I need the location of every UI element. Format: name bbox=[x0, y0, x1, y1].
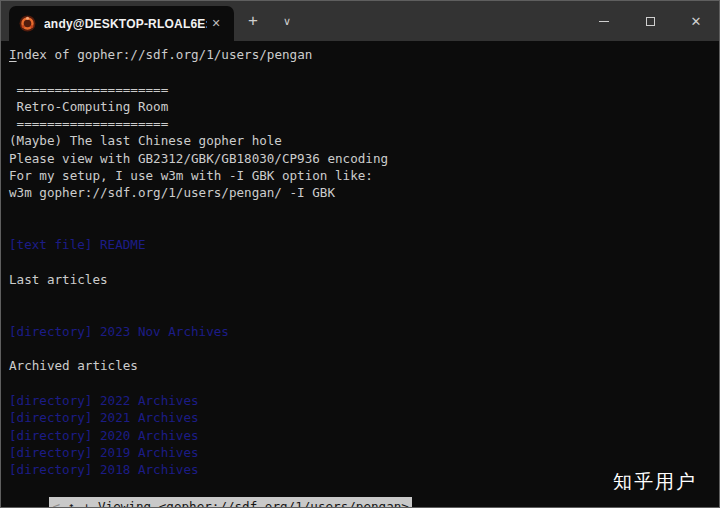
terminal-window: andy@DESKTOP-RLOAL6E: ~ ✕ + ∨ ✕ Index of… bbox=[0, 0, 720, 508]
cursor: I bbox=[9, 47, 17, 62]
down-arrow-icon: ↓ bbox=[83, 499, 91, 507]
terminal-line: Index of gopher://sdf.org/1/users/pengan bbox=[9, 46, 711, 63]
terminal-line: (Maybe) The last Chinese gopher hole bbox=[9, 132, 711, 149]
terminal-viewport: Index of gopher://sdf.org/1/users/pengan… bbox=[1, 41, 719, 507]
gopher-link[interactable]: [directory] 2022 Archives bbox=[9, 392, 711, 409]
tab-title: andy@DESKTOP-RLOAL6E: ~ bbox=[44, 17, 207, 31]
terminal-line: Retro-Computing Room bbox=[9, 98, 711, 115]
tab-dropdown-button[interactable]: ∨ bbox=[272, 7, 302, 35]
terminal-line: ==================== bbox=[9, 81, 711, 98]
status-bar: < ↑ ↓ Viewing <gopher://sdf.org/1/users/… bbox=[3, 478, 711, 497]
minimize-button[interactable] bbox=[581, 1, 627, 41]
close-button[interactable]: ✕ bbox=[673, 1, 719, 41]
terminal-line bbox=[9, 305, 711, 322]
new-tab-button[interactable]: + bbox=[238, 7, 268, 35]
watermark: 知乎用户 bbox=[613, 469, 697, 495]
gopher-link[interactable]: [text file] README bbox=[9, 236, 711, 253]
terminal-line: Please view with GB2312/GBK/GB18030/CP93… bbox=[9, 150, 711, 167]
status-message: Viewing <gopher://sdf.org/1/users/pengan… bbox=[98, 499, 409, 507]
window-controls: ✕ bbox=[581, 1, 719, 41]
gopher-link[interactable]: [directory] 2023 Nov Archives bbox=[9, 323, 711, 340]
terminal-tab[interactable]: andy@DESKTOP-RLOAL6E: ~ ✕ bbox=[9, 6, 234, 41]
ubuntu-icon bbox=[19, 15, 36, 32]
terminal-line: w3m gopher://sdf.org/1/users/pengan/ -I … bbox=[9, 184, 711, 201]
back-indicator: < bbox=[53, 499, 61, 507]
terminal-line bbox=[9, 254, 711, 271]
terminal-line bbox=[9, 340, 711, 357]
terminal-line bbox=[9, 288, 711, 305]
terminal-line bbox=[9, 202, 711, 219]
terminal-line: For my setup, I use w3m with -I GBK opti… bbox=[9, 167, 711, 184]
terminal-line: Last articles bbox=[9, 271, 711, 288]
gopher-link[interactable]: [directory] 2019 Archives bbox=[9, 444, 711, 461]
gopher-link[interactable]: [directory] 2018 Archives bbox=[9, 461, 711, 478]
titlebar: andy@DESKTOP-RLOAL6E: ~ ✕ + ∨ ✕ bbox=[1, 1, 719, 41]
maximize-icon bbox=[646, 17, 655, 26]
gopher-link[interactable]: [directory] 2021 Archives bbox=[9, 409, 711, 426]
terminal-line: Archived articles bbox=[9, 357, 711, 374]
gopher-link[interactable]: [directory] 2020 Archives bbox=[9, 427, 711, 444]
terminal-line: ==================== bbox=[9, 115, 711, 132]
titlebar-drag-region bbox=[302, 1, 581, 41]
minimize-icon bbox=[599, 21, 609, 22]
terminal-line bbox=[9, 63, 711, 80]
chevron-down-icon: ∨ bbox=[283, 15, 291, 28]
close-icon: ✕ bbox=[691, 15, 702, 28]
terminal-line bbox=[9, 375, 711, 392]
maximize-button[interactable] bbox=[627, 1, 673, 41]
status-bar-text: < ↑ ↓ Viewing <gopher://sdf.org/1/users/… bbox=[49, 497, 412, 507]
plus-icon: + bbox=[248, 11, 258, 31]
tab-close-icon[interactable]: ✕ bbox=[207, 15, 225, 33]
terminal-lines: Index of gopher://sdf.org/1/users/pengan… bbox=[9, 46, 711, 478]
up-arrow-icon: ↑ bbox=[68, 499, 76, 507]
terminal-line bbox=[9, 219, 711, 236]
